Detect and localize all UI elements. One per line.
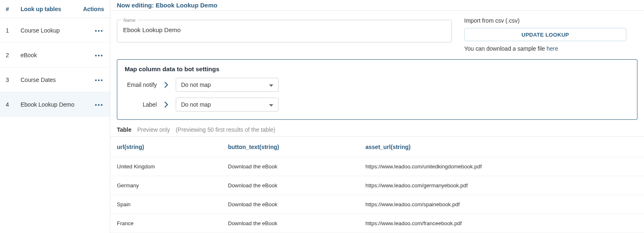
sidebar: # Look up tables Actions 1 Course Lookup… xyxy=(0,0,110,233)
page-title: Now editing: Ebook Lookup Demo xyxy=(110,0,644,11)
map-select-label[interactable]: Do not map xyxy=(176,98,279,112)
map-label: Label xyxy=(125,101,157,108)
sidebar-item-label: Ebook Lookup Demo xyxy=(21,101,88,108)
table-row: France Download the eBook https://www.le… xyxy=(110,214,644,233)
caret-down-icon xyxy=(269,82,273,88)
cell-asset-url: https://www.leadoo.com/spainebook.pdf xyxy=(365,201,637,207)
table-row: United Kingdom Download the eBook https:… xyxy=(110,157,644,176)
editing-prefix: Now editing: xyxy=(117,2,154,9)
cell-button-text: Download the eBook xyxy=(228,201,365,207)
table-header-row: url(string) button_text(string) asset_ur… xyxy=(110,137,644,157)
name-input[interactable] xyxy=(117,20,451,39)
table-row: Germany Download the eBook https://www.l… xyxy=(110,176,644,195)
sample-file-link[interactable]: here xyxy=(546,45,558,52)
map-select-email-notify[interactable]: Do not map xyxy=(176,78,279,92)
cell-asset-url: https://www.leadoo.com/germanyebook.pdf xyxy=(365,182,637,189)
more-icon[interactable] xyxy=(93,77,104,84)
col-header-asset-url[interactable]: asset_url(string) xyxy=(365,144,637,150)
map-label: Email notify xyxy=(125,82,157,88)
import-section: Import from csv (.csv) UPDATE LOOKUP You… xyxy=(464,20,637,52)
sidebar-item-ebook-lookup-demo[interactable]: 4 Ebook Lookup Demo xyxy=(0,92,110,117)
preview-label: Preview only xyxy=(137,126,170,133)
helper-text-prefix: You can download a sample file xyxy=(464,45,546,52)
sidebar-item-ebook[interactable]: 2 eBook xyxy=(0,43,110,68)
map-row-email-notify: Email notify Do not map xyxy=(125,77,630,92)
more-icon[interactable] xyxy=(93,28,104,34)
caret-down-icon xyxy=(269,101,273,108)
cell-asset-url: https://www.leadoo.com/unitedkingdomeboo… xyxy=(365,163,637,170)
sidebar-item-label: Course Lookup xyxy=(21,27,88,34)
cell-button-text: Download the eBook xyxy=(228,182,365,189)
cell-url: United Kingdom xyxy=(117,163,228,170)
map-row-label: Label Do not map xyxy=(125,97,630,112)
col-header-button-text[interactable]: button_text(string) xyxy=(228,144,365,150)
data-table: url(string) button_text(string) asset_ur… xyxy=(110,136,644,233)
sidebar-item-num: 4 xyxy=(6,101,21,108)
table-label: Table xyxy=(117,126,132,133)
col-header-hash: # xyxy=(6,6,21,12)
sidebar-header: # Look up tables Actions xyxy=(0,0,110,18)
sidebar-item-num: 3 xyxy=(6,77,21,83)
import-title: Import from csv (.csv) xyxy=(464,17,637,24)
update-lookup-button[interactable]: UPDATE LOOKUP xyxy=(464,28,626,41)
col-header-name: Look up tables xyxy=(21,6,79,12)
table-row: Spain Download the eBook https://www.lea… xyxy=(110,195,644,214)
sidebar-item-course-lookup[interactable]: 1 Course Lookup xyxy=(0,18,110,43)
cell-url: Spain xyxy=(117,201,228,207)
map-box-title: Map column data to bot settings xyxy=(125,65,630,72)
sidebar-item-label: eBook xyxy=(21,52,88,58)
cell-button-text: Download the eBook xyxy=(228,220,365,226)
cell-button-text: Download the eBook xyxy=(228,163,365,170)
more-icon[interactable] xyxy=(93,52,104,59)
main-panel: Now editing: Ebook Lookup Demo Name Impo… xyxy=(110,0,644,233)
sidebar-item-num: 2 xyxy=(6,52,21,58)
editing-name: Ebook Lookup Demo xyxy=(156,2,217,9)
chevron-right-icon xyxy=(160,102,172,107)
name-field: Name xyxy=(117,20,452,52)
col-header-actions: Actions xyxy=(79,6,104,12)
map-column-box: Map column data to bot settings Email no… xyxy=(117,59,637,120)
sidebar-item-num: 1 xyxy=(6,27,21,34)
preview-hint: (Previewing 50 first results of the tabl… xyxy=(176,126,275,133)
cell-url: Germany xyxy=(117,182,228,189)
sidebar-item-course-dates[interactable]: 3 Course Dates xyxy=(0,68,110,92)
cell-url: France xyxy=(117,220,228,226)
chevron-right-icon xyxy=(160,82,172,88)
more-icon[interactable] xyxy=(93,102,104,108)
col-header-url[interactable]: url(string) xyxy=(117,144,228,150)
cell-asset-url: https://www.leadoo.com/franceebook.pdf xyxy=(365,220,637,226)
map-select-value: Do not map xyxy=(181,82,269,88)
sidebar-item-label: Course Dates xyxy=(21,77,88,83)
preview-header: Table Preview only (Previewing 50 first … xyxy=(110,120,644,136)
map-select-value: Do not map xyxy=(181,101,269,108)
helper-text: You can download a sample file here xyxy=(464,45,637,52)
